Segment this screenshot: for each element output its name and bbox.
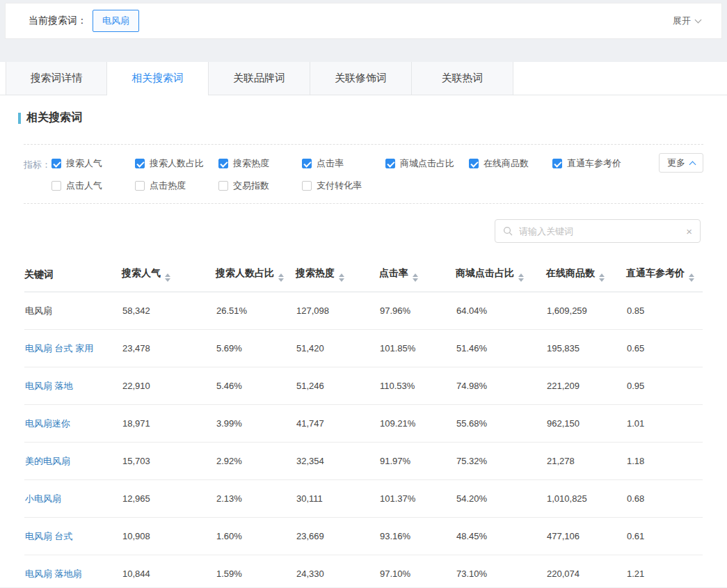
value-cell: 2.92% [216, 443, 296, 480]
value-cell: 73.10% [456, 555, 546, 588]
metric-label: 搜索热度 [233, 157, 269, 170]
value-cell: 1,010,825 [546, 480, 626, 518]
section-title: 相关搜索词 [0, 95, 727, 125]
metric-label: 点击热度 [150, 180, 186, 192]
content-card: 相关搜索词 指标： 搜索人气搜索人数占比搜索热度点击率商城点击占比在线商品数直通… [0, 95, 727, 587]
metric-checkbox-item[interactable]: 点击人气 [51, 180, 135, 192]
metric-label: 点击人气 [66, 180, 102, 192]
table-row: 电风扇 台式 家用23,4785.69%51,420101.85%51.46%1… [24, 330, 703, 367]
keyword-cell[interactable]: 电风扇 台式 [24, 518, 122, 555]
metric-checkbox-item[interactable]: 在线商品数 [469, 157, 552, 170]
column-label: 搜索热度 [296, 267, 335, 278]
expand-toggle[interactable]: 展开 [673, 15, 701, 27]
expand-label: 展开 [673, 15, 691, 27]
value-cell: 18,971 [122, 405, 216, 443]
metrics-row-1: 搜索人气搜索人数占比搜索热度点击率商城点击占比在线商品数直通车参考价 [51, 157, 636, 170]
tab-1[interactable]: 搜索词详情 [6, 62, 107, 95]
value-cell: 55.68% [456, 405, 546, 443]
keyword-cell[interactable]: 小电风扇 [24, 480, 122, 518]
value-cell: 30,111 [296, 480, 379, 518]
checkbox-icon[interactable] [51, 159, 61, 168]
value-cell: 12,965 [122, 480, 216, 518]
search-term-tag[interactable]: 电风扇 [93, 10, 139, 32]
table-header: 关键词搜索人气搜索人数占比搜索热度点击率商城点击占比在线商品数直通车参考价 [24, 258, 703, 292]
checkbox-icon[interactable] [51, 181, 61, 191]
column-header[interactable]: 点击率 [379, 258, 456, 292]
column-header[interactable]: 搜索人数占比 [216, 258, 296, 292]
value-cell: 0.68 [626, 480, 703, 518]
metric-checkbox-item[interactable]: 点击率 [302, 157, 385, 170]
metric-checkbox-item[interactable]: 直通车参考价 [552, 157, 636, 170]
metric-checkbox-item[interactable]: 点击热度 [135, 180, 218, 192]
column-header[interactable]: 搜索人气 [122, 258, 216, 292]
table-row: 电风扇 台式10,9081.60%23,66993.16%48.45%477,1… [24, 518, 703, 555]
table-body: 电风扇58,34226.51%127,09897.96%64.04%1,609,… [24, 292, 703, 588]
keyword-search-input[interactable] [518, 225, 686, 237]
metric-checkbox-item[interactable]: 交易指数 [218, 180, 302, 192]
keyword-cell[interactable]: 电风扇 落地 [24, 367, 122, 405]
title-accent-bar [18, 113, 21, 124]
checkbox-icon[interactable] [385, 159, 395, 168]
sort-icon[interactable] [278, 273, 284, 282]
metric-checkbox-item[interactable]: 支付转化率 [302, 180, 385, 192]
keyword-cell[interactable]: 电风扇 台式 家用 [24, 330, 122, 367]
value-cell: 48.45% [456, 518, 546, 555]
sort-icon[interactable] [518, 273, 524, 282]
search-icon [503, 226, 513, 236]
sort-icon[interactable] [339, 273, 344, 282]
value-cell: 0.65 [626, 330, 703, 367]
value-cell: 1.01 [626, 405, 703, 443]
value-cell: 2.13% [216, 480, 296, 518]
metric-label: 搜索人数占比 [150, 157, 204, 170]
metric-checkbox-item[interactable]: 搜索热度 [218, 157, 302, 170]
keyword-cell[interactable]: 美的电风扇 [24, 443, 122, 480]
column-label: 搜索人气 [122, 267, 161, 278]
column-label: 商城点击占比 [456, 267, 514, 278]
checkbox-icon[interactable] [302, 159, 312, 168]
checkbox-icon[interactable] [302, 181, 312, 191]
value-cell: 97.96% [379, 292, 456, 330]
value-cell: 51,246 [296, 367, 379, 405]
sort-icon[interactable] [689, 273, 694, 282]
metric-checkbox-item[interactable]: 搜索人数占比 [135, 157, 218, 170]
value-cell: 1,609,259 [546, 292, 626, 330]
sort-icon[interactable] [413, 273, 418, 282]
value-cell: 1.60% [216, 518, 296, 555]
checkbox-icon[interactable] [552, 159, 562, 168]
value-cell: 109.21% [379, 405, 456, 443]
tab-2[interactable]: 相关搜索词 [107, 62, 209, 95]
tab-4[interactable]: 关联修饰词 [310, 62, 412, 95]
column-header[interactable]: 商城点击占比 [456, 258, 546, 292]
keyword-cell[interactable]: 电风扇迷你 [24, 405, 122, 443]
value-cell: 5.69% [216, 330, 296, 367]
column-label: 在线商品数 [546, 267, 595, 278]
checkbox-icon[interactable] [135, 159, 145, 168]
value-cell: 75.32% [456, 443, 546, 480]
clear-icon[interactable]: × [686, 226, 692, 237]
more-button[interactable]: 更多 [659, 153, 703, 173]
sort-icon[interactable] [165, 273, 170, 282]
keyword-cell[interactable]: 电风扇 落地扇 [24, 555, 122, 588]
checkbox-icon[interactable] [469, 159, 479, 168]
column-header[interactable]: 在线商品数 [546, 258, 626, 292]
column-header[interactable]: 搜索热度 [296, 258, 379, 292]
tab-5[interactable]: 关联热词 [412, 62, 513, 95]
checkbox-icon[interactable] [218, 181, 228, 191]
value-cell: 91.97% [379, 443, 456, 480]
value-cell: 3.99% [216, 405, 296, 443]
metric-checkbox-item[interactable]: 商城点击占比 [385, 157, 469, 170]
value-cell: 0.61 [626, 518, 703, 555]
metric-label: 搜索人气 [66, 157, 102, 170]
metric-label: 直通车参考价 [567, 157, 621, 170]
value-cell: 110.53% [379, 367, 456, 405]
metric-label: 商城点击占比 [400, 157, 454, 170]
sort-icon[interactable] [599, 273, 605, 282]
metric-checkbox-item[interactable]: 搜索人气 [51, 157, 135, 170]
column-header[interactable]: 直通车参考价 [626, 258, 703, 292]
checkbox-icon[interactable] [135, 181, 145, 191]
tab-3[interactable]: 关联品牌词 [209, 62, 310, 95]
value-cell: 64.04% [456, 292, 546, 330]
checkbox-icon[interactable] [218, 159, 228, 168]
value-cell: 58,342 [122, 292, 216, 330]
metric-label: 交易指数 [233, 180, 269, 192]
